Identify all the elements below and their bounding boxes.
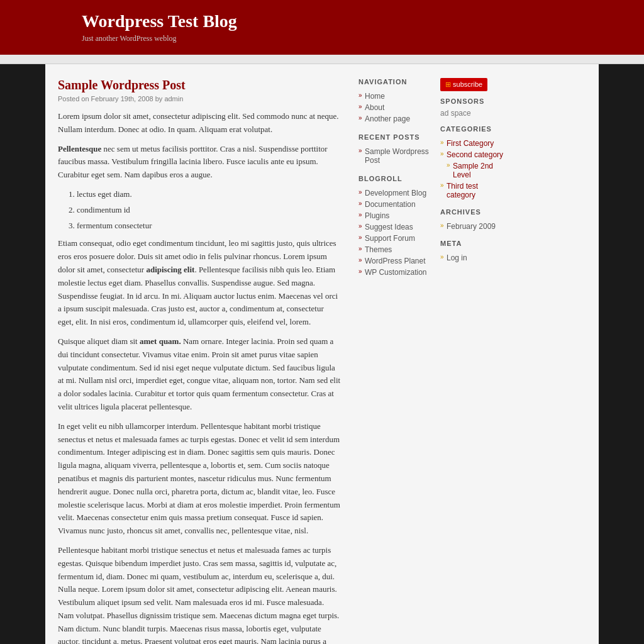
main-content: Sample Wordpress Post Posted on February… (45, 72, 353, 644)
post-para-1: Lorem ipsum dolor sit amet, consectetur … (58, 110, 341, 136)
post-bold-2: adipiscing elit (146, 265, 194, 274)
category-item[interactable]: Second category (440, 149, 506, 160)
blogroll-item[interactable]: Support Forum (358, 233, 430, 244)
sidebar-navigation: NAVIGATION Home About Another page RECEN… (353, 72, 435, 644)
post-title: Sample Wordpress Post (58, 78, 341, 92)
post-para-3: Etiam consequat, odio eget condimentum t… (58, 237, 341, 329)
category-item[interactable]: Third test category (440, 180, 506, 201)
post-meta: Posted on February 19th, 2008 by admin (58, 95, 341, 103)
blogroll-item[interactable]: Suggest Ideas (358, 221, 430, 233)
blogroll-item[interactable]: Development Blog (358, 187, 430, 199)
list-item: lectus eget diam. (77, 188, 341, 201)
recent-posts-list: Sample Wordpress Post (358, 146, 430, 166)
post-list: lectus eget diam. condimentum id ferment… (77, 188, 341, 232)
subscribe-button[interactable]: subscribe (440, 78, 487, 91)
post-para-4: Quisque aliquet diam sit amet quam. Nam … (58, 335, 341, 414)
nav-about[interactable] (97, 55, 112, 64)
nav-list-item[interactable]: Home (358, 91, 430, 102)
sidebar-right: subscribe SPONSORS ad space CATEGORIES F… (435, 72, 511, 644)
post-para-6: Pellentesque habitant morbi tristique se… (58, 544, 341, 644)
nav-another-page[interactable] (112, 55, 127, 64)
nav-list-item[interactable]: About (358, 102, 430, 113)
sponsors-title: SPONSORS (440, 97, 506, 105)
blogroll-item[interactable]: Themes (358, 244, 430, 255)
post-para-2: Pellentesque nec sem ut metus facilisis … (58, 143, 341, 182)
meta-list: Log in (440, 252, 506, 264)
navbar (0, 55, 644, 64)
navigation-title: NAVIGATION (358, 78, 430, 86)
archive-item[interactable]: February 2009 (440, 221, 506, 232)
post-bold-3: amet quam. (140, 336, 181, 346)
recent-post-item[interactable]: Sample Wordpress Post (358, 146, 430, 166)
blogroll-item[interactable]: WP Customization (358, 267, 430, 278)
archives-title: ARCHIVES (440, 208, 506, 216)
nav-home[interactable] (82, 55, 97, 64)
post-bold-1: Pellentesque (58, 144, 101, 153)
site-subtitle: Just another WordPress weblog (82, 34, 562, 43)
blogroll-item[interactable]: Plugins (358, 210, 430, 221)
ad-space: ad space (440, 109, 506, 118)
nav-list: Home About Another page (358, 91, 430, 125)
post-para-5: In eget velit eu nibh ullamcorper interd… (58, 420, 341, 538)
blogroll-list: Development Blog Documentation Plugins S… (358, 187, 430, 278)
recent-posts-title: RECENT POSTS (358, 133, 430, 141)
blogroll-title: BLOGROLL (358, 175, 430, 182)
categories-title: CATEGORIES (440, 125, 506, 133)
post-body: Lorem ipsum dolor sit amet, consectetur … (58, 110, 341, 644)
nav-list-item[interactable]: Another page (358, 113, 430, 125)
site-title: Wordpress Test Blog (82, 11, 562, 31)
categories-list: First Category Second category Sample 2n… (440, 138, 506, 201)
category-item-sub[interactable]: Sample 2nd Level (440, 160, 506, 180)
meta-title: META (440, 240, 506, 247)
list-item: fermentum consectetur (77, 219, 341, 233)
category-item[interactable]: First Category (440, 138, 506, 149)
list-item: condimentum id (77, 204, 341, 217)
blogroll-item[interactable]: Documentation (358, 199, 430, 210)
meta-item[interactable]: Log in (440, 252, 506, 264)
blogroll-item[interactable]: WordPress Planet (358, 255, 430, 267)
archives-list: February 2009 (440, 221, 506, 232)
